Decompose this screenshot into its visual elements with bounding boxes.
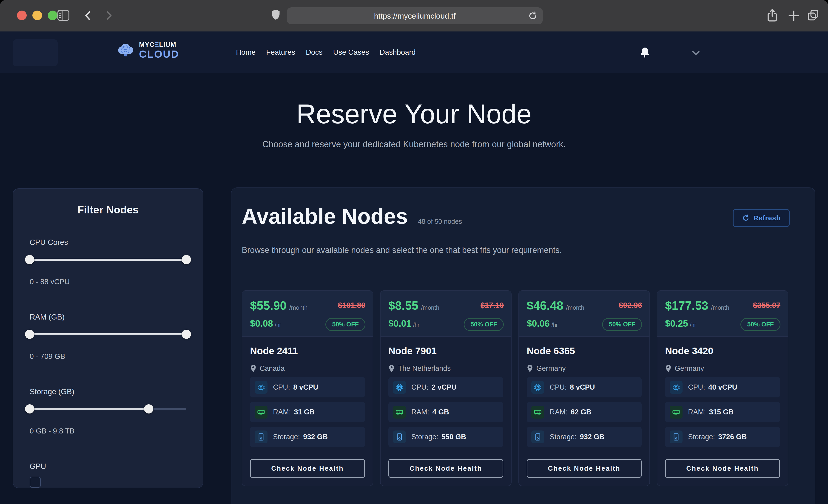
cpu-spec-row: CPU:2 vCPU (388, 377, 503, 397)
site-logo[interactable]: MYCΞLIUM CLOUD (116, 41, 179, 60)
notifications-bell-icon[interactable] (639, 47, 650, 58)
node-location: Germany (675, 364, 704, 373)
zoom-window-button[interactable] (48, 10, 57, 20)
check-node-health-button[interactable]: Check Node Health (250, 459, 365, 478)
per-hour-label: /hr (690, 322, 696, 328)
node-location: The Netherlands (398, 364, 451, 373)
reload-icon[interactable] (528, 11, 538, 21)
hourly-price: $0.08 (250, 319, 273, 329)
cpu-icon (255, 381, 267, 394)
node-card: $55.90/month $101.80 $0.08/hr 50% OFF No… (242, 290, 373, 486)
hourly-price: $0.06 (527, 319, 550, 329)
nav-item-docs[interactable]: Docs (306, 48, 323, 56)
forward-button[interactable] (102, 9, 115, 22)
user-menu-chevron-down-icon[interactable] (691, 50, 700, 56)
storage-slider-min-handle[interactable] (25, 404, 34, 414)
storage-value: 932 GB (303, 433, 328, 441)
storage-spec-row: Storage:550 GB (388, 427, 503, 447)
discount-badge: 50% OFF (325, 318, 365, 331)
ram-range-value: 0 - 709 GB (30, 352, 187, 361)
cpu-icon (670, 381, 682, 394)
storage-label: Storage (GB) (30, 387, 187, 396)
node-card-pricing: $177.53/month $355.07 $0.25/hr 50% OFF (657, 291, 788, 337)
check-node-health-button[interactable]: Check Node Health (388, 459, 503, 478)
nodes-section-title: Available Nodes (242, 204, 408, 229)
per-month-label: /month (566, 304, 584, 311)
ram-icon (393, 406, 406, 419)
cpu-icon (393, 381, 406, 394)
storage-range-slider[interactable] (30, 404, 187, 414)
available-nodes-panel: Available Nodes 48 of 50 nodes Refresh B… (231, 187, 815, 504)
nav-item-use-cases[interactable]: Use Cases (333, 48, 369, 56)
monthly-price: $177.53 (665, 299, 708, 312)
node-location: Canada (260, 364, 285, 373)
filter-group-storage: Storage (GB) 0 GB - 9.8 TB (30, 387, 187, 435)
storage-slider-max-handle[interactable] (144, 404, 153, 414)
monthly-price: $8.55 (388, 299, 418, 312)
minimize-window-button[interactable] (32, 10, 42, 20)
location-pin-icon (665, 365, 671, 372)
slider-fill (30, 259, 187, 261)
ram-range-slider[interactable] (30, 329, 187, 339)
close-window-button[interactable] (17, 10, 27, 20)
node-name: Node 7901 (388, 345, 503, 356)
hourly-price: $0.25 (665, 319, 688, 329)
browser-window: https://myceliumcloud.tf (0, 0, 828, 504)
node-card: $46.48/month $92.96 $0.06/hr 50% OFF Nod… (519, 290, 650, 486)
page-title: Reserve Your Node (0, 98, 828, 130)
tab-overview-icon[interactable] (806, 8, 820, 23)
filter-group-gpu: GPU (30, 462, 187, 488)
storage-icon (393, 430, 406, 444)
hourly-price: $0.01 (388, 319, 411, 329)
cpu-value: 8 vCPU (570, 383, 595, 391)
nav-links: Home Features Docs Use Cases Dashboard (236, 32, 416, 73)
ram-slider-min-handle[interactable] (25, 330, 34, 339)
original-price: $17.10 (481, 301, 504, 310)
storage-spec-row: Storage:3726 GB (665, 427, 780, 447)
node-card-pricing: $8.55/month $17.10 $0.01/hr 50% OFF (380, 291, 511, 337)
node-name: Node 6365 (527, 345, 641, 356)
node-card: $177.53/month $355.07 $0.25/hr 50% OFF N… (657, 290, 788, 486)
gpu-checkbox[interactable] (30, 477, 41, 488)
refresh-button[interactable]: Refresh (733, 209, 790, 227)
sidebar-toggle-icon[interactable] (57, 10, 70, 21)
nav-item-features[interactable]: Features (266, 48, 295, 56)
storage-spec-row: Storage:932 GB (527, 427, 641, 447)
ram-slider-max-handle[interactable] (182, 330, 191, 339)
ram-spec-row: RAM:31 GB (250, 402, 365, 422)
address-bar[interactable]: https://myceliumcloud.tf (287, 7, 543, 24)
cpu-spec-row: CPU:8 vCPU (250, 377, 365, 397)
gpu-label: GPU (30, 462, 187, 471)
cpu-spec-row: CPU:8 vCPU (527, 377, 641, 397)
privacy-shield-icon[interactable] (271, 9, 281, 22)
cpu-value: 40 vCPU (708, 383, 737, 391)
check-node-health-button[interactable]: Check Node Health (527, 459, 641, 478)
ram-spec-row: RAM:62 GB (527, 402, 641, 422)
back-button[interactable] (82, 9, 94, 22)
monthly-price: $46.48 (527, 299, 563, 312)
original-price: $355.07 (753, 301, 780, 310)
screenshot-root: https://myceliumcloud.tf (0, 0, 828, 504)
nav-item-home[interactable]: Home (236, 48, 255, 56)
monthly-price: $55.90 (250, 299, 287, 312)
node-card: $8.55/month $17.10 $0.01/hr 50% OFF Node… (380, 290, 511, 486)
cpu-value: 2 vCPU (431, 383, 457, 391)
new-tab-icon[interactable] (787, 8, 801, 23)
cpu-slider-max-handle[interactable] (182, 255, 191, 264)
address-bar-url[interactable]: https://myceliumcloud.tf (287, 7, 543, 24)
check-node-health-button[interactable]: Check Node Health (665, 459, 780, 478)
storage-icon (255, 430, 267, 444)
cpu-range-slider[interactable] (30, 255, 187, 265)
ram-spec-row: RAM:315 GB (665, 402, 780, 422)
slider-fill (30, 333, 187, 335)
cpu-slider-min-handle[interactable] (25, 255, 34, 264)
ram-value: 31 GB (294, 408, 315, 416)
site-navbar: MYCΞLIUM CLOUD Home Features Docs Use Ca… (0, 32, 828, 73)
node-name: Node 2411 (250, 345, 365, 356)
node-location: Germany (536, 364, 566, 373)
storage-icon (531, 430, 544, 444)
storage-range-value: 0 GB - 9.8 TB (30, 427, 187, 435)
nav-item-dashboard[interactable]: Dashboard (380, 48, 416, 56)
filter-panel-title: Filter Nodes (13, 204, 203, 216)
share-icon[interactable] (765, 8, 779, 23)
